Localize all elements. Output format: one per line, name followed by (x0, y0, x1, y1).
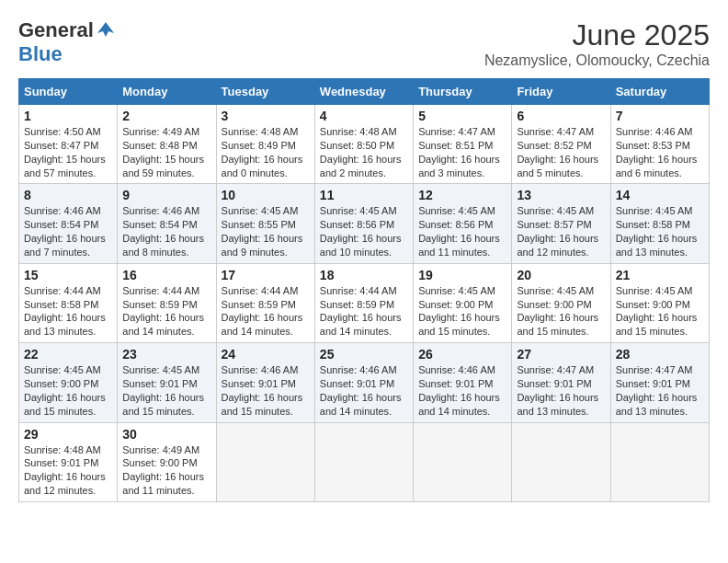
title-area: June 2025 Nezamyslice, Olomoucky, Czechi… (484, 18, 710, 69)
day-info: Sunrise: 4:44 AM Sunset: 8:58 PM Dayligh… (24, 284, 112, 339)
day-info: Sunrise: 4:50 AM Sunset: 8:47 PM Dayligh… (24, 125, 112, 179)
calendar-title: June 2025 (484, 18, 710, 52)
day-number: 27 (517, 347, 605, 362)
day-info: Sunrise: 4:46 AM Sunset: 9:01 PM Dayligh… (418, 363, 506, 418)
calendar-cell: 1 Sunrise: 4:50 AM Sunset: 8:47 PM Dayli… (19, 105, 118, 184)
day-info: Sunrise: 4:47 AM Sunset: 8:52 PM Dayligh… (517, 125, 605, 179)
col-tuesday: Tuesday (216, 79, 314, 105)
header: General Blue June 2025 Nezamyslice, Olom… (18, 18, 710, 69)
calendar-cell (610, 422, 709, 501)
calendar-cell: 19 Sunrise: 4:45 AM Sunset: 9:00 PM Dayl… (414, 263, 512, 342)
calendar-cell: 2 Sunrise: 4:49 AM Sunset: 8:48 PM Dayli… (118, 105, 216, 184)
col-friday: Friday (512, 79, 610, 105)
logo-blue-text: Blue (18, 42, 63, 65)
calendar-cell (414, 422, 512, 501)
calendar-subtitle: Nezamyslice, Olomoucky, Czechia (484, 52, 710, 69)
day-info: Sunrise: 4:45 AM Sunset: 8:58 PM Dayligh… (616, 204, 704, 259)
day-info: Sunrise: 4:45 AM Sunset: 8:55 PM Dayligh… (222, 204, 310, 259)
day-number: 2 (122, 109, 210, 123)
day-number: 12 (418, 188, 506, 202)
day-number: 10 (222, 188, 310, 202)
calendar-cell: 28 Sunrise: 4:47 AM Sunset: 9:01 PM Dayl… (610, 343, 709, 422)
calendar-header-row: Sunday Monday Tuesday Wednesday Thursday… (19, 79, 710, 105)
calendar-cell: 14 Sunrise: 4:45 AM Sunset: 8:58 PM Dayl… (610, 184, 709, 263)
calendar-cell (512, 422, 610, 501)
day-info: Sunrise: 4:46 AM Sunset: 8:53 PM Dayligh… (616, 125, 704, 179)
day-number: 11 (320, 188, 408, 202)
day-info: Sunrise: 4:44 AM Sunset: 8:59 PM Dayligh… (222, 284, 310, 339)
calendar-cell: 10 Sunrise: 4:45 AM Sunset: 8:55 PM Dayl… (216, 184, 314, 263)
calendar-cell: 24 Sunrise: 4:46 AM Sunset: 9:01 PM Dayl… (216, 343, 314, 422)
day-number: 17 (222, 268, 310, 282)
logo-bird-icon (96, 20, 116, 40)
day-info: Sunrise: 4:46 AM Sunset: 8:54 PM Dayligh… (122, 204, 210, 259)
day-info: Sunrise: 4:48 AM Sunset: 8:50 PM Dayligh… (320, 125, 408, 179)
day-info: Sunrise: 4:45 AM Sunset: 9:00 PM Dayligh… (616, 284, 704, 339)
day-info: Sunrise: 4:46 AM Sunset: 9:01 PM Dayligh… (320, 363, 408, 418)
day-number: 9 (122, 188, 210, 202)
day-info: Sunrise: 4:49 AM Sunset: 9:00 PM Dayligh… (122, 443, 210, 498)
day-number: 28 (616, 347, 704, 362)
day-number: 21 (616, 268, 704, 282)
day-number: 7 (616, 109, 704, 123)
day-info: Sunrise: 4:45 AM Sunset: 9:00 PM Dayligh… (517, 284, 605, 339)
day-number: 3 (222, 109, 310, 123)
col-monday: Monday (118, 79, 216, 105)
col-thursday: Thursday (414, 79, 512, 105)
calendar-table: Sunday Monday Tuesday Wednesday Thursday… (18, 78, 710, 502)
calendar-cell: 8 Sunrise: 4:46 AM Sunset: 8:54 PM Dayli… (19, 184, 118, 263)
day-info: Sunrise: 4:48 AM Sunset: 9:01 PM Dayligh… (24, 443, 112, 498)
calendar-cell: 29 Sunrise: 4:48 AM Sunset: 9:01 PM Dayl… (19, 422, 118, 501)
day-info: Sunrise: 4:45 AM Sunset: 9:00 PM Dayligh… (418, 284, 506, 339)
col-wednesday: Wednesday (314, 79, 413, 105)
day-number: 6 (517, 109, 605, 123)
day-info: Sunrise: 4:45 AM Sunset: 8:56 PM Dayligh… (320, 204, 408, 259)
day-number: 16 (122, 268, 210, 282)
calendar-cell (216, 422, 314, 501)
day-info: Sunrise: 4:45 AM Sunset: 8:56 PM Dayligh… (418, 204, 506, 259)
calendar-cell: 12 Sunrise: 4:45 AM Sunset: 8:56 PM Dayl… (414, 184, 512, 263)
col-saturday: Saturday (610, 79, 709, 105)
calendar-cell: 30 Sunrise: 4:49 AM Sunset: 9:00 PM Dayl… (118, 422, 216, 501)
calendar-cell: 7 Sunrise: 4:46 AM Sunset: 8:53 PM Dayli… (610, 105, 709, 184)
day-number: 14 (616, 188, 704, 202)
calendar-cell: 17 Sunrise: 4:44 AM Sunset: 8:59 PM Dayl… (216, 263, 314, 342)
day-info: Sunrise: 4:44 AM Sunset: 8:59 PM Dayligh… (320, 284, 408, 339)
day-number: 29 (24, 427, 112, 442)
day-info: Sunrise: 4:46 AM Sunset: 8:54 PM Dayligh… (24, 204, 112, 259)
day-number: 5 (418, 109, 506, 123)
calendar-cell: 11 Sunrise: 4:45 AM Sunset: 8:56 PM Dayl… (314, 184, 413, 263)
day-number: 24 (222, 347, 310, 362)
day-number: 15 (24, 268, 112, 282)
logo: General Blue (18, 18, 116, 66)
calendar-cell: 9 Sunrise: 4:46 AM Sunset: 8:54 PM Dayli… (118, 184, 216, 263)
calendar-cell: 6 Sunrise: 4:47 AM Sunset: 8:52 PM Dayli… (512, 105, 610, 184)
col-sunday: Sunday (19, 79, 118, 105)
day-number: 25 (320, 347, 408, 362)
calendar-cell: 26 Sunrise: 4:46 AM Sunset: 9:01 PM Dayl… (414, 343, 512, 422)
day-number: 18 (320, 268, 408, 282)
day-number: 4 (320, 109, 408, 123)
calendar-cell: 21 Sunrise: 4:45 AM Sunset: 9:00 PM Dayl… (610, 263, 709, 342)
day-info: Sunrise: 4:46 AM Sunset: 9:01 PM Dayligh… (222, 363, 310, 418)
day-info: Sunrise: 4:48 AM Sunset: 8:49 PM Dayligh… (222, 125, 310, 179)
day-info: Sunrise: 4:45 AM Sunset: 9:00 PM Dayligh… (24, 363, 112, 418)
calendar-cell: 25 Sunrise: 4:46 AM Sunset: 9:01 PM Dayl… (314, 343, 413, 422)
calendar-cell: 27 Sunrise: 4:47 AM Sunset: 9:01 PM Dayl… (512, 343, 610, 422)
day-number: 8 (24, 188, 112, 202)
calendar-cell (314, 422, 413, 501)
calendar-cell: 23 Sunrise: 4:45 AM Sunset: 9:01 PM Dayl… (118, 343, 216, 422)
day-info: Sunrise: 4:47 AM Sunset: 8:51 PM Dayligh… (418, 125, 506, 179)
day-info: Sunrise: 4:47 AM Sunset: 9:01 PM Dayligh… (616, 363, 704, 418)
calendar-cell: 4 Sunrise: 4:48 AM Sunset: 8:50 PM Dayli… (314, 105, 413, 184)
svg-marker-0 (97, 22, 114, 37)
calendar-cell: 3 Sunrise: 4:48 AM Sunset: 8:49 PM Dayli… (216, 105, 314, 184)
calendar-cell: 22 Sunrise: 4:45 AM Sunset: 9:00 PM Dayl… (19, 343, 118, 422)
day-info: Sunrise: 4:44 AM Sunset: 8:59 PM Dayligh… (122, 284, 210, 339)
day-number: 30 (122, 427, 210, 442)
calendar-cell: 20 Sunrise: 4:45 AM Sunset: 9:00 PM Dayl… (512, 263, 610, 342)
calendar-cell: 15 Sunrise: 4:44 AM Sunset: 8:58 PM Dayl… (19, 263, 118, 342)
day-info: Sunrise: 4:47 AM Sunset: 9:01 PM Dayligh… (517, 363, 605, 418)
calendar-cell: 16 Sunrise: 4:44 AM Sunset: 8:59 PM Dayl… (118, 263, 216, 342)
day-number: 19 (418, 268, 506, 282)
